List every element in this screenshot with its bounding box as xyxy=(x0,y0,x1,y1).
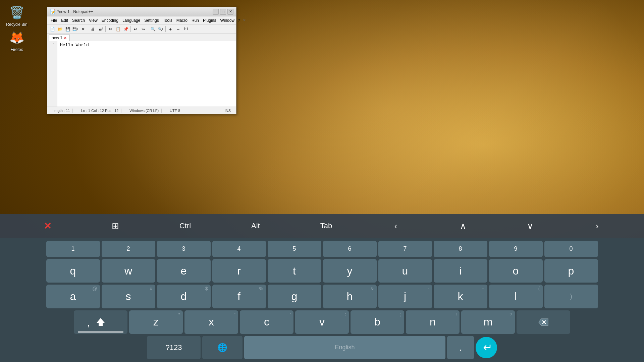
key-t[interactable]: t xyxy=(268,259,321,283)
menu-view[interactable]: View xyxy=(87,17,100,23)
key-d[interactable]: d$ xyxy=(157,285,211,308)
key-v[interactable]: v: xyxy=(295,310,349,334)
tab-close-button[interactable]: ✕ xyxy=(64,36,67,40)
key-z[interactable]: z* xyxy=(129,310,183,334)
recycle-bin-icon[interactable]: 🗑️ Recycle Bin xyxy=(3,3,30,28)
key-e[interactable]: e xyxy=(157,259,211,283)
toolbar-new[interactable]: 📄 xyxy=(49,25,56,33)
keyboard-up-arrow-button[interactable]: ∧ xyxy=(453,218,473,234)
line-numbers: 1 xyxy=(47,41,57,107)
key-o[interactable]: o xyxy=(489,259,543,283)
key-y[interactable]: y xyxy=(323,259,377,283)
menu-file[interactable]: File xyxy=(49,17,59,23)
num-toggle-key[interactable]: ?123 xyxy=(147,336,201,359)
menu-tools[interactable]: Tools xyxy=(161,17,174,23)
toolbar-sep4 xyxy=(148,26,148,32)
keyboard-tab-button[interactable]: Tab xyxy=(314,219,339,233)
globe-key[interactable]: 🌐 xyxy=(202,336,243,359)
close-button[interactable]: ✕ xyxy=(227,9,233,15)
keyboard-grid-button[interactable]: ⊞ xyxy=(105,218,126,234)
backspace-key[interactable] xyxy=(517,310,570,334)
menu-close-x[interactable]: ✕ xyxy=(241,17,247,23)
shift-key[interactable] xyxy=(74,310,127,334)
space-key[interactable]: English xyxy=(244,336,445,359)
key-5[interactable]: 5 xyxy=(268,241,321,257)
key-p[interactable]: p xyxy=(544,259,598,283)
key-7[interactable]: 7 xyxy=(378,241,432,257)
recycle-bin-label: Recycle Bin xyxy=(6,22,27,27)
period-key[interactable]: . xyxy=(447,336,474,359)
key-k[interactable]: k+ xyxy=(434,285,487,308)
key-f[interactable]: f% xyxy=(212,285,266,308)
menu-search[interactable]: Search xyxy=(70,17,87,23)
toolbar-zoom-out[interactable]: − xyxy=(174,25,182,33)
minimize-button[interactable]: ─ xyxy=(213,9,219,15)
key-4[interactable]: 4 xyxy=(212,241,266,257)
key-m[interactable]: m? xyxy=(461,310,515,334)
keyboard-right-arrow-button[interactable]: › xyxy=(587,218,607,234)
key-b[interactable]: b; xyxy=(351,310,404,334)
toolbar-find[interactable]: 🔍 xyxy=(149,25,157,33)
toolbar-zoom-in[interactable]: + xyxy=(167,25,174,33)
toolbar-undo[interactable]: ↩ xyxy=(132,25,139,33)
editor-content[interactable]: Hello World xyxy=(57,41,236,107)
key-l[interactable]: l( xyxy=(489,285,543,308)
key-2[interactable]: 2 xyxy=(102,241,155,257)
key-0[interactable]: 0 xyxy=(544,241,598,257)
maximize-button[interactable]: □ xyxy=(220,9,226,15)
toolbar-print-now[interactable]: 🖨! xyxy=(97,25,104,33)
toolbar-save-all[interactable]: 💾+ xyxy=(72,25,79,33)
keyboard-down-arrow-button[interactable]: ∨ xyxy=(520,218,540,234)
toolbar-print[interactable]: 🖨 xyxy=(89,25,97,33)
window-titlebar: 📝 *new 1 - Notepad++ ─ □ ✕ xyxy=(47,7,236,16)
toolbar-cut[interactable]: ✂ xyxy=(107,25,114,33)
key-j[interactable]: j- xyxy=(378,285,432,308)
menu-run[interactable]: Run xyxy=(190,17,201,23)
toolbar-zoom-restore[interactable]: 1:1 xyxy=(182,25,190,33)
key-r[interactable]: r xyxy=(212,259,266,283)
key-s[interactable]: s# xyxy=(102,285,155,308)
key-8[interactable]: 8 xyxy=(434,241,487,257)
menu-macro[interactable]: Macro xyxy=(174,17,190,23)
keyboard-close-button[interactable]: ✕ xyxy=(37,218,58,234)
key-1[interactable]: 1 xyxy=(46,241,100,257)
key-g[interactable]: g xyxy=(268,285,321,308)
file-tab-new1[interactable]: new 1 ✕ xyxy=(49,35,70,41)
svg-rect-1 xyxy=(99,325,103,326)
toolbar-close[interactable]: ✕ xyxy=(79,25,87,33)
toolbar-redo[interactable]: ↪ xyxy=(140,25,147,33)
key-c[interactable]: c' xyxy=(240,310,293,334)
keyboard-ctrl-button[interactable]: Ctrl xyxy=(173,219,198,233)
toolbar-open[interactable]: 📂 xyxy=(56,25,64,33)
menu-plugins[interactable]: Plugins xyxy=(201,17,218,23)
key-close-paren[interactable]: ) xyxy=(544,285,598,308)
keyboard-left-arrow-button[interactable]: ‹ xyxy=(386,218,406,234)
enter-key[interactable] xyxy=(476,337,497,358)
qwerty-row: q w e r t y u i o p xyxy=(1,259,643,283)
key-x[interactable]: x" xyxy=(184,310,238,334)
menu-settings[interactable]: Settings xyxy=(142,17,161,23)
toolbar-save[interactable]: 💾 xyxy=(64,25,71,33)
key-i[interactable]: i xyxy=(434,259,487,283)
menu-window[interactable]: Window xyxy=(218,17,236,23)
key-a[interactable]: a@ xyxy=(46,285,100,308)
menu-language[interactable]: Language xyxy=(120,17,142,23)
firefox-icon[interactable]: 🦊 Firefox xyxy=(3,28,30,53)
key-n[interactable]: n! xyxy=(406,310,460,334)
key-u[interactable]: u xyxy=(378,259,432,283)
editor-area[interactable]: 1 Hello World xyxy=(47,41,236,107)
toolbar-copy[interactable]: 📋 xyxy=(114,25,122,33)
key-w[interactable]: w xyxy=(102,259,155,283)
key-9[interactable]: 9 xyxy=(489,241,543,257)
keyboard-alt-button[interactable]: Alt xyxy=(245,219,267,233)
key-6[interactable]: 6 xyxy=(323,241,377,257)
key-h[interactable]: h& xyxy=(323,285,377,308)
key-3[interactable]: 3 xyxy=(157,241,211,257)
toolbar-find-next[interactable]: 🔍› xyxy=(157,25,164,33)
menu-encoding[interactable]: Encoding xyxy=(100,17,120,23)
menu-help[interactable]: ? xyxy=(236,17,241,23)
menu-edit[interactable]: Edit xyxy=(59,17,70,23)
comma-key[interactable]: , xyxy=(87,318,90,328)
key-q[interactable]: q xyxy=(46,259,100,283)
toolbar-paste[interactable]: 📌 xyxy=(122,25,129,33)
